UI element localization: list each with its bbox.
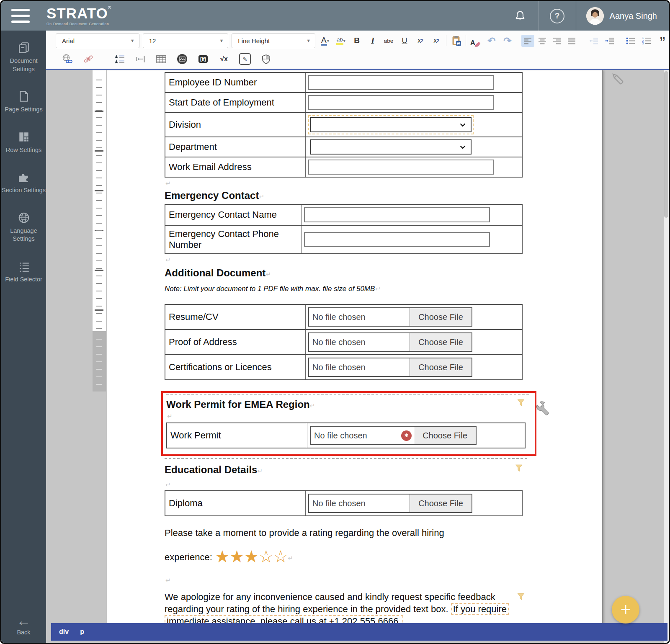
remove-format-button[interactable]: A bbox=[469, 34, 482, 47]
hamburger-menu-icon[interactable] bbox=[11, 7, 30, 25]
notifications-button[interactable] bbox=[502, 1, 539, 31]
alignment-group bbox=[521, 35, 578, 47]
breadcrumb-tag-div[interactable]: div bbox=[59, 628, 69, 636]
bold-button[interactable]: B bbox=[350, 34, 363, 47]
sidebar-item-document-settings[interactable]: Document Settings bbox=[1, 41, 46, 73]
paste-from-word-button[interactable] bbox=[450, 34, 462, 47]
star-icon[interactable]: ★ bbox=[215, 547, 229, 566]
start-date-input[interactable] bbox=[308, 95, 494, 110]
svg-text:3: 3 bbox=[642, 42, 644, 44]
filter-funnel-icon[interactable] bbox=[517, 399, 525, 407]
sidebar-item-label: Language Settings bbox=[1, 227, 46, 243]
division-select[interactable] bbox=[310, 117, 472, 132]
indent-button[interactable] bbox=[603, 34, 616, 47]
toolbar-row-2: [if] √x ✎ bbox=[46, 51, 669, 67]
user-menu[interactable]: Aanya Singh bbox=[576, 1, 669, 31]
align-right-button[interactable] bbox=[551, 35, 564, 47]
unlink-button[interactable] bbox=[82, 52, 95, 66]
page-break-button[interactable] bbox=[134, 52, 147, 66]
document-body: Employee ID Number Start Date of Employm… bbox=[165, 72, 533, 638]
outdent-button[interactable] bbox=[588, 34, 600, 47]
table-row: Resume/CV No file chosen Choose File bbox=[165, 304, 523, 330]
undo-button[interactable]: ↶ bbox=[485, 34, 498, 47]
file-placeholder: No file chosen bbox=[309, 308, 410, 326]
certifications-file-input[interactable]: No file chosen Choose File bbox=[308, 358, 472, 377]
font-color-icon: A bbox=[321, 36, 327, 46]
highlight-color-button[interactable]: ab▾ bbox=[335, 34, 347, 47]
align-justify-button[interactable] bbox=[565, 35, 578, 47]
add-button[interactable]: + bbox=[612, 596, 639, 623]
file-note: Note: Limit your document to 1 PDF file … bbox=[165, 285, 533, 293]
choose-file-button[interactable]: Choose File bbox=[414, 427, 476, 444]
emergency-name-input[interactable] bbox=[304, 207, 490, 222]
filter-funnel-icon[interactable] bbox=[517, 592, 525, 604]
insert-table-button[interactable] bbox=[155, 52, 168, 66]
subscript-button[interactable]: x2 bbox=[430, 34, 443, 47]
star-icon[interactable]: ★ bbox=[244, 547, 259, 566]
star-rating[interactable]: ★★★☆☆ bbox=[215, 552, 288, 562]
work-email-input[interactable] bbox=[308, 160, 494, 175]
sidebar-item-row-settings[interactable]: Row Settings bbox=[1, 131, 46, 155]
department-select[interactable] bbox=[310, 139, 472, 155]
scrollbar-thumb[interactable] bbox=[664, 71, 668, 218]
help-button[interactable]: ? bbox=[539, 1, 576, 31]
align-left-button[interactable] bbox=[521, 35, 534, 47]
italic-button[interactable]: I bbox=[366, 34, 379, 47]
math-formula-button[interactable]: √x bbox=[218, 52, 230, 66]
strikethrough-button[interactable]: abe bbox=[382, 34, 395, 47]
star-icon[interactable]: ☆ bbox=[273, 547, 288, 566]
insert-link-button[interactable] bbox=[61, 52, 74, 66]
back-button[interactable]: ← Back bbox=[1, 613, 46, 637]
redo-button[interactable]: ↷ bbox=[501, 34, 514, 47]
insert-image-button[interactable] bbox=[176, 52, 188, 66]
chevron-down-icon: ▼ bbox=[130, 38, 135, 43]
filter-funnel-icon[interactable] bbox=[515, 464, 523, 472]
underline-button[interactable]: U bbox=[398, 34, 411, 47]
vertical-scrollbar[interactable] bbox=[664, 70, 669, 643]
numbered-list-button[interactable]: 123 bbox=[640, 34, 653, 47]
field-label-text: Work Email Address bbox=[169, 162, 252, 173]
superscript-button[interactable]: x2 bbox=[414, 34, 427, 47]
document-page[interactable]: Employee ID Number Start Date of Employm… bbox=[107, 70, 603, 624]
section-settings-icon bbox=[18, 171, 30, 183]
field-label-text: Work Permit bbox=[170, 430, 221, 441]
star-icon[interactable]: ☆ bbox=[258, 547, 273, 566]
work-permit-file-input[interactable]: No file chosen ✱ Choose File bbox=[310, 426, 477, 445]
employee-id-input[interactable] bbox=[308, 75, 494, 90]
field-label-text: Department bbox=[169, 142, 217, 152]
sidebar-item-page-settings[interactable]: Page Settings bbox=[1, 90, 46, 114]
choose-file-button[interactable]: Choose File bbox=[410, 358, 472, 376]
sidebar-item-section-settings[interactable]: Section Settings bbox=[1, 171, 46, 195]
choose-file-button[interactable]: Choose File bbox=[410, 333, 472, 351]
line-height-select[interactable]: Line Height▼ bbox=[232, 33, 315, 48]
protect-button[interactable] bbox=[260, 52, 272, 66]
blockquote-button[interactable]: ” bbox=[656, 31, 669, 50]
sidebar-item-language-settings[interactable]: Language Settings bbox=[1, 211, 46, 243]
paragraph-mark-icon: ↵ bbox=[167, 413, 535, 419]
conditional-if-button[interactable]: [if] bbox=[197, 52, 209, 66]
star-icon[interactable]: ★ bbox=[229, 547, 244, 566]
address-file-input[interactable]: No file chosen Choose File bbox=[308, 332, 472, 352]
choose-file-button[interactable]: Choose File bbox=[410, 495, 472, 512]
edit-source-button[interactable]: ✎ bbox=[239, 52, 251, 66]
paragraph-spacing-button[interactable] bbox=[113, 52, 126, 66]
wrench-icon[interactable] bbox=[534, 401, 549, 418]
field-label: Work Email Address bbox=[165, 157, 306, 177]
font-family-select[interactable]: Arial▼ bbox=[56, 33, 139, 48]
font-color-button[interactable]: A▾ bbox=[319, 34, 331, 47]
resume-file-input[interactable]: No file chosen Choose File bbox=[308, 307, 472, 327]
choose-file-button[interactable]: Choose File bbox=[410, 308, 472, 326]
field-value-cell bbox=[302, 226, 522, 253]
field-value-cell bbox=[306, 157, 522, 177]
sidebar-item-field-selector[interactable]: Field Selector bbox=[1, 260, 46, 284]
field-label-text: Diploma bbox=[169, 498, 203, 509]
align-center-button[interactable] bbox=[536, 35, 549, 47]
bullet-list-button[interactable] bbox=[624, 34, 637, 47]
bullet-list-icon bbox=[626, 37, 635, 44]
emergency-phone-input[interactable] bbox=[304, 232, 490, 247]
paragraph-mark-icon: ↵ bbox=[165, 482, 533, 488]
ruler-ticks-gray[interactable] bbox=[93, 331, 106, 392]
breadcrumb-tag-p[interactable]: p bbox=[80, 628, 84, 636]
font-size-select[interactable]: 12▼ bbox=[143, 33, 229, 48]
diploma-file-input[interactable]: No file chosen Choose File bbox=[308, 494, 472, 513]
